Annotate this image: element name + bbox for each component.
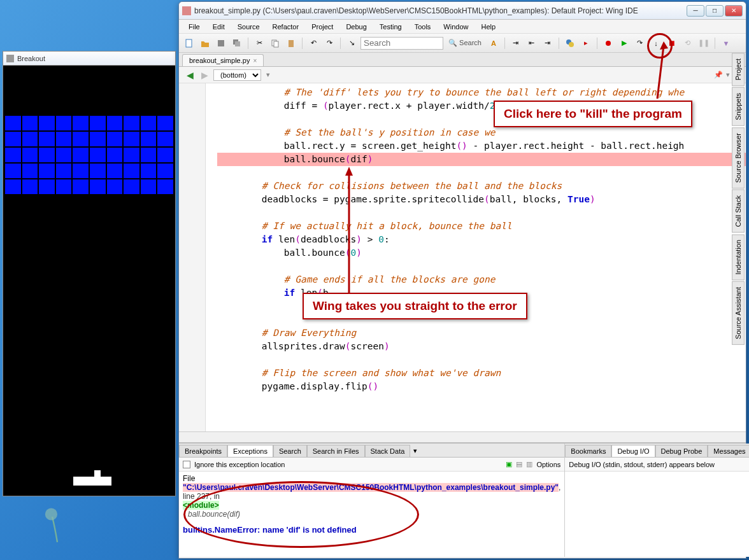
toolbar: ✂ ↶ ↷ ↘ 🔍 Search A ⇥ ⇤ ⇥ ▸ ▶ ↷ ↓ ■ ⟲ ❚❚ … [179,34,746,53]
save-all-icon[interactable] [230,36,244,50]
exc-tool3-icon[interactable]: ▥ [526,460,532,468]
restart-icon[interactable]: ⟲ [681,36,695,50]
right-tab-indentation[interactable]: Indentation [732,234,745,280]
breakout-titlebar[interactable]: Breakout [3,52,175,66]
dropdown2-icon[interactable]: ▾ [726,71,730,79]
close-button[interactable]: ✕ [725,5,743,17]
nav-forward-icon[interactable]: ▶ [199,70,211,80]
tab-exceptions[interactable]: Exceptions [227,445,273,457]
search-label[interactable]: 🔍 Search [445,39,485,47]
indent2-icon[interactable]: ⇥ [541,36,555,50]
tab-search-in-files[interactable]: Search in Files [307,445,365,457]
debug-io-message: Debug I/O (stdin, stdout, stderr) appear… [569,461,715,468]
menu-refactor[interactable]: Refactor [266,21,306,32]
menu-project[interactable]: Project [305,21,339,32]
brick [4,147,22,163]
horizontal-scrollbar[interactable] [179,431,746,442]
spellcheck-icon[interactable]: A [487,36,501,50]
tab-stack-data[interactable]: Stack Data [365,445,411,457]
brick [89,147,106,163]
save-icon[interactable] [214,36,228,50]
exception-file[interactable]: "C:\Users\paul.craven\Desktop\WebServer\… [183,483,559,492]
right-tab-source-browser[interactable]: Source Browser [732,127,745,188]
tab-debug-probe[interactable]: Debug Probe [655,445,708,457]
breakout-ball [94,470,101,477]
bottom-left-panel: BreakpointsExceptionsSearchSearch in Fil… [179,444,565,557]
brick [55,115,73,131]
minimize-button[interactable]: ─ [687,5,704,17]
annotation-error: Wing takes you straight to the error [303,293,527,319]
tab-breakpoints[interactable]: Breakpoints [179,445,227,457]
exc-tool1-icon[interactable]: ▣ [506,460,512,468]
exception-content: File "C:\Users\paul.craven\Desktop\WebSe… [179,472,564,557]
pin-icon[interactable]: 📌 [714,71,723,79]
tab-bookmarks[interactable]: Bookmarks [565,445,611,457]
editor-toolbar: ◀ ▶ (bottom) ▾ 📌 ▾ ✕ [179,67,746,83]
cut-icon[interactable]: ✂ [252,36,266,50]
brick [22,163,39,179]
stop-icon[interactable]: ■ [665,36,679,50]
new-file-icon[interactable] [182,36,196,50]
brick [55,147,73,163]
outdent-icon[interactable]: ⇤ [525,36,539,50]
tab-messages[interactable]: Messages [708,445,749,457]
menu-file[interactable]: File [182,21,206,32]
menu-testing[interactable]: Testing [373,21,408,32]
ide-window: breakout_simple.py (C:\Users\paul.craven… [178,1,746,559]
exception-module: <module> [183,501,219,510]
menu-debug[interactable]: Debug [339,21,373,32]
breakout-canvas [3,66,175,496]
search-input[interactable] [360,37,443,50]
code-editor[interactable]: # The 'diff' lets you try to bounce the … [179,83,746,442]
brick [140,179,157,195]
gutter [179,83,206,442]
menu-window[interactable]: Window [437,21,474,32]
python-icon[interactable] [563,36,577,50]
right-tab-source-assistant[interactable]: Source Assistant [732,281,745,345]
annotation-kill: Click here to "kill" the program [494,101,692,127]
right-tab-snippets[interactable]: Snippets [732,87,745,126]
brick [38,179,55,195]
dropdown-icon[interactable]: ▾ [266,71,270,79]
indent-icon[interactable]: ⇥ [509,36,523,50]
ide-titlebar[interactable]: breakout_simple.py (C:\Users\paul.craven… [179,2,746,20]
brick [89,131,106,147]
debug-io-content[interactable] [565,472,749,557]
pause-icon[interactable]: ❚❚ [697,36,711,50]
run-icon[interactable]: ▸ [579,36,593,50]
exc-tool2-icon[interactable]: ▤ [516,460,522,468]
goto-icon[interactable]: ↘ [345,36,359,50]
nav-back-icon[interactable]: ◀ [184,70,196,80]
file-tab[interactable]: breakout_simple.py × [182,54,264,66]
maximize-button[interactable]: □ [706,5,724,17]
menu-edit[interactable]: Edit [206,21,231,32]
paste-icon[interactable] [284,36,298,50]
brick [55,163,73,179]
breakpoint-icon[interactable] [601,36,615,50]
debug-run-icon[interactable]: ▶ [617,36,631,50]
redo-icon[interactable]: ↷ [322,36,336,50]
tab-search[interactable]: Search [273,445,307,457]
open-file-icon[interactable] [198,36,212,50]
undo-icon[interactable]: ↶ [306,36,320,50]
copy-icon[interactable] [268,36,282,50]
right-tab-call-stack[interactable]: Call Stack [732,190,745,233]
svg-rect-6 [274,41,278,47]
tab-debug-i/o[interactable]: Debug I/O [611,445,655,457]
menu-source[interactable]: Source [231,21,266,32]
options-link[interactable]: Options [536,461,560,468]
ignore-checkbox[interactable] [183,461,190,468]
ide-title: breakout_simple.py (C:\Users\paul.craven… [194,6,687,15]
brick [22,179,39,195]
tab-close-icon[interactable]: × [253,57,257,64]
tab-more-icon[interactable]: ▾ [410,445,420,457]
filter-icon[interactable]: ▼ [719,36,733,50]
menu-tools[interactable]: Tools [408,21,438,32]
step-into-icon[interactable]: ↓ [649,36,663,50]
right-tab-project[interactable]: Project [732,53,745,86]
step-over-icon[interactable]: ↷ [633,36,647,50]
brick [157,131,174,147]
brick [4,131,22,147]
scope-selector[interactable]: (bottom) [213,69,261,81]
menu-help[interactable]: Help [474,21,502,32]
